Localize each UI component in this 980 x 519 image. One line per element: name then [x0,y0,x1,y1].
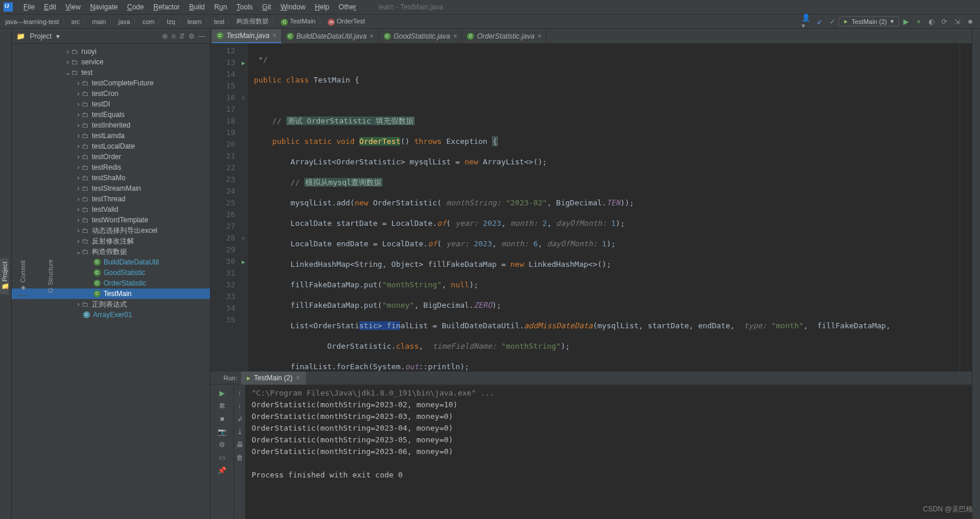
editor-tab[interactable]: COrderStatistic.java× [462,29,546,43]
tree-folder[interactable]: ›testWordTemplate [12,215,210,225]
menu-build[interactable]: Build [184,3,209,11]
menu-navigate[interactable]: Navigate [85,3,122,11]
menu-bar: File Edit View Navigate Code Refactor Bu… [0,0,980,15]
tree-folder[interactable]: ›ruoyi [12,46,210,57]
tree-folder[interactable]: ⌄test [12,67,210,78]
crumb-main[interactable]: main [90,18,108,25]
editor-tab[interactable]: CGoodStatistic.java× [379,29,463,43]
tree-folder[interactable]: ›testLocalDate [12,141,210,152]
tree-class[interactable]: COrderStatistic [12,278,210,288]
stop-button[interactable]: ■ [965,16,975,27]
tree-folder[interactable]: ›testLamda [12,130,210,141]
tool-icon[interactable]: 🛠 [211,400,233,412]
tree-folder[interactable]: ›testInherited [12,120,210,130]
run-button[interactable]: ▶ [900,16,911,27]
pin-icon[interactable]: 📌 [211,465,233,476]
user-icon[interactable]: 👤▾ [802,16,812,27]
git-commit-icon[interactable]: ✓ [827,16,838,27]
tree-folder[interactable]: ›service [12,57,210,67]
tree-folder[interactable]: ›testStreamMain [12,183,210,194]
tree-folder[interactable]: ›testValid [12,204,210,215]
run-tab[interactable]: ▸ TestMain (2) × [241,372,306,384]
settings2-icon[interactable]: ⚙ [211,439,233,451]
menu-window[interactable]: Window [276,3,310,11]
tree-folder[interactable]: ›testShaMo [12,173,210,183]
left-tab-project[interactable]: 📁 Project [0,258,9,294]
run-line-icon[interactable]: ▶ [242,60,245,66]
menu-tools[interactable]: Tools [232,3,257,11]
code-content[interactable]: */ public class TestMain { // 测试 OrderSt… [248,44,972,372]
tree-class[interactable]: CBuildDateDataUtil [12,257,210,267]
attach-button[interactable]: ⇲ [952,16,962,27]
profile-button[interactable]: ⟳ [939,16,950,27]
menu-other[interactable]: Other [334,3,361,11]
editor-tab-active[interactable]: CTestMain.java× [212,29,282,43]
git-update-icon[interactable]: ↙ [814,16,825,27]
menu-help[interactable]: Help [310,3,334,11]
rerun-icon[interactable]: ▶ [211,387,233,399]
crumb-root[interactable]: java---learning-test [4,18,61,25]
close-icon[interactable]: × [453,32,457,40]
scroll-icon[interactable]: ⤓ [234,426,245,438]
camera-icon[interactable]: 📷 [211,426,233,438]
tree-folder[interactable]: ›testThread [12,194,210,204]
gutter-icons[interactable]: ▶⊟ ⊟ ▶ [239,44,248,372]
crumb-class[interactable]: CTestMain [279,18,317,26]
run-line-icon[interactable]: ▶ [242,259,245,265]
tree-class-selected[interactable]: CTestMain [12,288,210,299]
crumb-java[interactable]: java [116,18,132,25]
left-tab-structure[interactable]: ⌬ Structure [46,256,54,297]
hide-panel-icon[interactable]: — [198,32,205,40]
editor-tab[interactable]: CBuildDateDataUtil.java× [282,29,379,43]
tree-folder[interactable]: ›动态选择列导出excel [12,225,210,236]
tree-folder[interactable]: ›testOrder [12,152,210,162]
settings-icon[interactable]: ⚙ [188,32,195,40]
expand-all-icon[interactable]: ≡ [171,32,176,40]
close-icon[interactable]: × [296,374,300,382]
crumb-test[interactable]: test [212,18,226,25]
tree-folder[interactable]: ›testEquals [12,109,210,120]
tree-folder[interactable]: ›反射修改注解 [12,236,210,246]
chevron-down-icon[interactable]: ▾ [56,32,60,40]
run-config-selector[interactable]: ▸ TestMain (2) ▾ [839,16,899,26]
console-output[interactable]: "C:\Program Files\Java\jdk1.8.0_191\bin\… [246,385,972,519]
close-icon[interactable]: × [273,32,277,40]
crumb-src[interactable]: src [70,18,82,25]
crumb-method[interactable]: mOrderTest [326,18,366,26]
wrap-icon[interactable]: ↲ [234,413,245,425]
menu-edit[interactable]: Edit [39,3,61,11]
tree-folder-open[interactable]: ⌄构造假数据 [12,246,210,257]
code-editor[interactable]: 1213141516171819202122232425262728293031… [211,44,972,372]
print-icon[interactable]: 🖶 [234,439,245,451]
select-opened-icon[interactable]: ⊕ [162,32,168,40]
trash-icon[interactable]: 🗑 [234,452,245,463]
tree-class[interactable]: CArrayExer01 [12,310,210,320]
tree-class[interactable]: CGoodStatistic [12,267,210,278]
collapse-all-icon[interactable]: ⇵ [179,32,185,40]
close-icon[interactable]: × [537,32,541,40]
menu-file[interactable]: File [19,3,39,11]
layout-icon[interactable]: ▭ [211,452,233,463]
tree-folder[interactable]: ›testDI [12,99,210,109]
coverage-button[interactable]: ◐ [926,16,937,27]
tree-folder[interactable]: ›testCron [12,88,210,99]
tree-folder[interactable]: ›testRedis [12,162,210,173]
project-tree[interactable]: ›ruoyi ›service ⌄test ›testCompleteFutur… [12,44,210,519]
menu-view[interactable]: View [61,3,85,11]
menu-git[interactable]: Git [257,3,276,11]
menu-code[interactable]: Code [122,3,149,11]
up-icon[interactable]: ↑ [234,387,245,399]
crumb-com[interactable]: com [140,18,156,25]
tree-folder[interactable]: ›正则表达式 [12,299,210,310]
menu-refactor[interactable]: Refactor [149,3,184,11]
stop-icon[interactable]: ■ [211,413,233,425]
tree-folder[interactable]: ›testCompleteFuture [12,78,210,88]
down-icon[interactable]: ↓ [234,400,245,412]
debug-button[interactable]: ⌖ [913,16,924,27]
crumb-lzq[interactable]: lzq [165,18,177,25]
left-tab-commit[interactable]: ◈ Commit [18,257,27,296]
close-icon[interactable]: × [370,32,374,40]
crumb-learn[interactable]: learn [185,18,203,25]
crumb-pkg[interactable]: 构造假数据 [235,17,270,26]
menu-run[interactable]: Run [209,3,232,11]
